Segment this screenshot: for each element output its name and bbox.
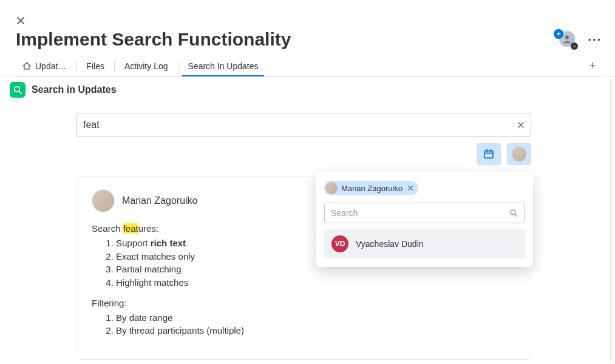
separator	[114, 61, 115, 71]
person-filter-popover: Marian Zagoruiko VD Vyacheslav Dudin	[316, 172, 533, 267]
calendar-icon	[483, 148, 495, 160]
avatar-initials: VD	[331, 235, 348, 252]
popover-search-input[interactable]	[331, 208, 509, 218]
close-icon[interactable]	[16, 16, 25, 25]
author-name[interactable]: Marian Zagoruiko	[122, 194, 198, 207]
tab-updates[interactable]: Updat…	[16, 56, 72, 76]
date-filter-button[interactable]	[477, 143, 501, 165]
tabs-bar: Updat… Files Activity Log Search In Upda…	[16, 56, 599, 76]
separator	[76, 61, 76, 71]
tab-label: Activity Log	[124, 61, 168, 71]
list-item: By date range	[116, 311, 516, 325]
page-title: Implement Search Functionality	[16, 29, 291, 50]
avatar	[325, 182, 338, 194]
svg-point-0	[565, 36, 569, 39]
search-icon	[509, 209, 518, 217]
person-option-row[interactable]: VD Vyacheslav Dudin	[324, 229, 525, 258]
search-app-icon	[10, 82, 25, 98]
tab-label: Search In Updates	[188, 61, 259, 71]
separator	[178, 61, 178, 71]
remove-chip-icon[interactable]	[407, 185, 413, 191]
magnify-badge-icon: ⌕	[571, 42, 578, 50]
avatar	[92, 189, 115, 212]
update-text-line: Filtering:	[92, 297, 516, 310]
add-member-avatar[interactable]: + ⌕	[559, 30, 577, 49]
svg-rect-2	[484, 151, 493, 158]
add-tab-button[interactable]: +	[585, 59, 599, 72]
scrollbar[interactable]	[610, 79, 613, 362]
tab-label: Updat…	[35, 61, 66, 71]
clear-search-icon[interactable]	[517, 121, 525, 129]
tab-search-in-updates[interactable]: Search In Updates	[182, 56, 265, 76]
chip-label: Marian Zagoruiko	[341, 184, 403, 193]
tab-label: Files	[86, 61, 104, 71]
selected-person-chip[interactable]: Marian Zagoruiko	[324, 181, 418, 195]
list-item: Highlight matches	[116, 276, 516, 289]
list-item: By thread participants (multiple)	[116, 324, 516, 337]
person-filter-button[interactable]	[507, 143, 531, 165]
person-name: Vyacheslav Dudin	[356, 239, 424, 249]
highlight: feat	[123, 223, 138, 234]
divider	[0, 76, 615, 77]
tab-files[interactable]: Files	[80, 56, 110, 76]
avatar	[512, 147, 526, 161]
search-input-row	[76, 113, 531, 137]
tab-activity-log[interactable]: Activity Log	[118, 56, 174, 76]
search-input[interactable]	[83, 120, 517, 130]
more-menu-icon[interactable]: ···	[588, 33, 602, 47]
popover-search-row	[324, 203, 525, 223]
filtering-list: By date range By thread participants (mu…	[92, 311, 516, 338]
home-icon	[22, 61, 32, 71]
subheader-title: Search in Updates	[32, 84, 117, 95]
